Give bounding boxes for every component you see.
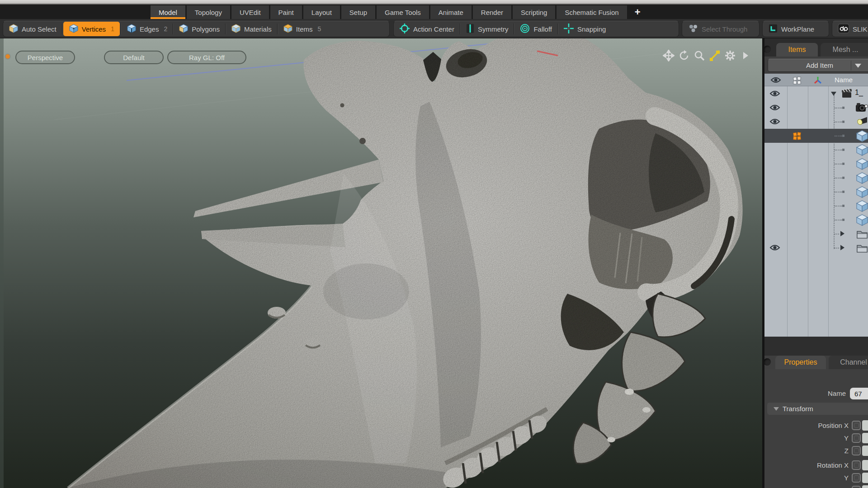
tree-node — [842, 135, 844, 137]
list-item-scene[interactable]: 1_ — [764, 87, 868, 101]
orbit-icon[interactable] — [678, 50, 690, 61]
maximize-icon[interactable] — [709, 50, 721, 61]
rotation-z-mini-button[interactable] — [852, 486, 861, 488]
list-item-mesh[interactable] — [764, 157, 868, 171]
select-through-group: Select Through — [682, 21, 760, 37]
eye-icon[interactable] — [769, 118, 780, 127]
tree-node — [842, 205, 844, 207]
materials-mode-button[interactable]: Materials — [226, 21, 277, 37]
add-layout-tab-button[interactable]: + — [628, 5, 647, 19]
position-y-mini-button[interactable] — [852, 433, 861, 443]
snapping-button[interactable]: Snapping — [558, 21, 611, 37]
falloff-button[interactable]: Falloff — [514, 21, 557, 37]
edges-mode-button[interactable]: Edges 2 — [121, 21, 173, 37]
rotation-y-mini-button[interactable] — [852, 473, 861, 483]
expander-icon[interactable] — [840, 231, 844, 236]
zoom-icon[interactable] — [693, 50, 705, 61]
list-item-mesh[interactable] — [764, 213, 868, 227]
axis-column-icon[interactable] — [813, 76, 822, 86]
slik-button[interactable]: SLIK — [832, 21, 868, 37]
camera-mode-pill[interactable]: Perspective — [15, 51, 75, 64]
rotation-z-input[interactable] — [862, 485, 868, 488]
auto-select-button[interactable]: Auto Select — [3, 21, 62, 37]
rotation-y-row: Y — [764, 473, 868, 484]
raygl-pill[interactable]: Ray GL: Off — [167, 51, 246, 64]
folder-icon — [856, 243, 868, 255]
tree-node — [842, 121, 844, 123]
workplane-button[interactable]: WorkPlane — [763, 21, 820, 37]
tab-items[interactable]: Items — [776, 43, 818, 56]
name-input[interactable]: 67 — [850, 388, 868, 399]
mode-toolbar: Auto Select Vertices 1 Edges 2 Polygons — [0, 19, 868, 39]
rotation-y-input[interactable] — [862, 473, 868, 483]
visibility-column-eye-icon[interactable] — [770, 76, 781, 85]
list-item-group[interactable] — [764, 241, 868, 255]
action-center-button[interactable]: Action Center — [394, 21, 460, 37]
list-item-mesh[interactable] — [764, 185, 868, 199]
tab-channels[interactable]: Channel — [829, 356, 868, 369]
tab-model[interactable]: Model — [151, 5, 185, 19]
tree-branch — [835, 192, 842, 192]
tab-uvedit[interactable]: UVEdit — [231, 5, 269, 19]
rotation-x-input[interactable] — [862, 460, 868, 470]
pan-icon[interactable] — [663, 50, 675, 61]
list-item-mesh[interactable] — [764, 171, 868, 185]
list-item-mesh-selected[interactable] — [764, 129, 868, 143]
eye-icon[interactable] — [769, 90, 780, 99]
tab-render[interactable]: Render — [473, 5, 511, 19]
gear-icon[interactable] — [724, 50, 736, 61]
items-mode-button[interactable]: Items 5 — [278, 21, 326, 37]
list-item-group[interactable] — [764, 227, 868, 241]
panel-pie-dot[interactable] — [764, 358, 771, 366]
expander-icon[interactable] — [840, 245, 844, 250]
rotation-x-mini-button[interactable] — [852, 460, 861, 470]
position-y-input[interactable] — [862, 433, 868, 443]
eye-icon[interactable] — [769, 104, 780, 113]
position-z-input[interactable] — [862, 446, 868, 456]
expand-arrow-icon[interactable] — [740, 50, 751, 61]
position-y-row: Y — [764, 433, 868, 444]
tab-game-tools[interactable]: Game Tools — [377, 5, 429, 19]
transform-section-header[interactable]: Transform — [767, 403, 868, 415]
tab-properties[interactable]: Properties — [775, 356, 826, 369]
tree-branch — [835, 220, 842, 221]
position-z-mini-button[interactable] — [852, 446, 861, 455]
tab-mesh[interactable]: Mesh ... — [821, 43, 868, 56]
render-flag-icon[interactable] — [793, 131, 802, 142]
render-column-icon[interactable] — [793, 76, 802, 86]
polygons-mode-button[interactable]: Polygons — [173, 21, 225, 37]
list-item-mesh[interactable] — [764, 143, 868, 157]
chevron-down-icon — [855, 64, 861, 68]
symmetry-label: Symmetry — [478, 25, 509, 33]
viewport-menu-dot[interactable] — [5, 54, 10, 59]
tab-paint[interactable]: Paint — [270, 5, 302, 19]
expander-icon[interactable] — [831, 92, 836, 96]
tab-layout[interactable]: Layout — [303, 5, 340, 19]
select-through-button[interactable]: Select Through — [682, 21, 753, 37]
position-x-mini-button[interactable] — [852, 421, 861, 430]
viewport-3d[interactable]: Perspective Default Ray GL: Off — [0, 38, 764, 488]
menu-bar: Model Topology UVEdit Paint Layout Setup… — [0, 5, 868, 19]
tab-setup[interactable]: Setup — [341, 5, 375, 19]
dropdown-divider — [851, 61, 851, 70]
tab-animate[interactable]: Animate — [430, 5, 472, 19]
list-item-camera[interactable] — [764, 101, 868, 115]
shading-mode-pill[interactable]: Default — [104, 51, 164, 64]
list-item-light[interactable] — [764, 115, 868, 129]
eye-icon[interactable] — [769, 244, 780, 253]
tab-scripting[interactable]: Scripting — [513, 5, 555, 19]
slik-label: SLIK — [853, 25, 868, 33]
tab-schematic-fusion[interactable]: Schematic Fusion — [557, 5, 627, 19]
panel-pie-dot[interactable] — [764, 46, 771, 53]
position-z-label: Z — [767, 447, 849, 455]
vertices-mode-button[interactable]: Vertices 1 — [63, 22, 120, 36]
position-x-input[interactable] — [862, 420, 868, 431]
action-center-icon — [399, 23, 410, 35]
add-item-dropdown[interactable]: Add Item — [768, 59, 868, 72]
list-item-mesh[interactable] — [764, 199, 868, 213]
mesh-cube-icon — [856, 158, 868, 172]
tab-topology[interactable]: Topology — [187, 5, 230, 19]
name-column-header[interactable]: Name — [835, 76, 853, 84]
symmetry-button[interactable]: Symmetry — [460, 21, 514, 37]
tree-node — [842, 191, 844, 193]
